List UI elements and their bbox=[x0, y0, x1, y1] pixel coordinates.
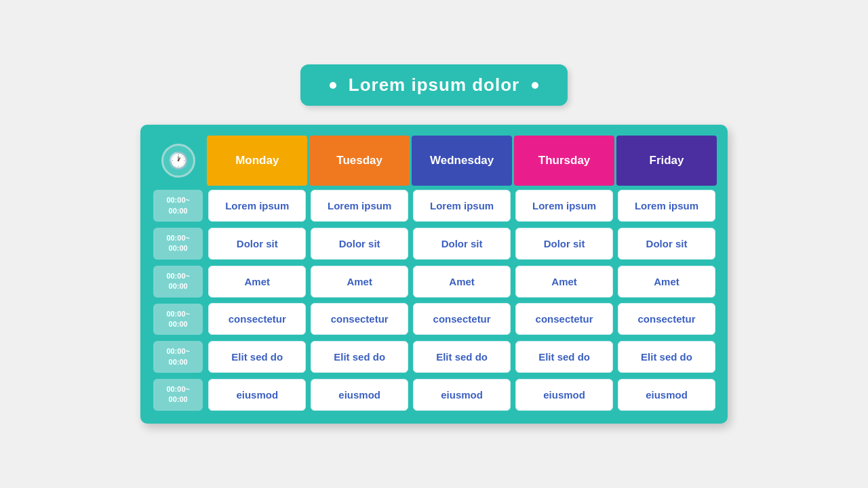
time-label: 00:00~ bbox=[156, 309, 200, 319]
time-cell-row-3: 00:00~00:00 bbox=[151, 302, 205, 338]
cell-tuesday-row-0: Lorem ipsum bbox=[311, 190, 408, 222]
clock-symbol: 🕐 bbox=[168, 151, 189, 170]
time-label: 00:00~ bbox=[156, 346, 200, 357]
time-label: 00:00 bbox=[156, 243, 200, 253]
cell-monday-row-2: Amet bbox=[208, 266, 306, 298]
cell-tuesday-row-2: Amet bbox=[311, 266, 408, 298]
cell-monday-row-5: eiusmod bbox=[208, 379, 306, 411]
cell-wednesday-row-1: Dolor sit bbox=[413, 228, 511, 260]
clock-icon: 🕐 bbox=[161, 144, 195, 178]
time-label: 00:00 bbox=[156, 206, 200, 216]
time-label: 00:00 bbox=[156, 357, 200, 367]
time-cell-row-2: 00:00~00:00 bbox=[151, 264, 205, 300]
dot-right bbox=[532, 82, 538, 89]
cell-tuesday-row-5: eiusmod bbox=[311, 379, 408, 411]
time-label: 00:00~ bbox=[156, 233, 200, 243]
cell-wednesday-row-2: Amet bbox=[413, 266, 511, 298]
time-label: 00:00 bbox=[156, 394, 200, 405]
cell-thursday-row-0: Lorem ipsum bbox=[515, 190, 613, 222]
dot-left bbox=[330, 82, 336, 89]
cell-wednesday-row-4: Elit sed do bbox=[413, 341, 511, 373]
time-label: 00:00 bbox=[156, 319, 200, 329]
time-label: 00:00~ bbox=[156, 271, 200, 281]
time-label: 00:00~ bbox=[156, 384, 200, 394]
cell-tuesday-row-4: Elit sed do bbox=[311, 341, 408, 373]
cell-monday-row-1: Dolor sit bbox=[208, 228, 306, 260]
time-cell-row-0: 00:00~00:00 bbox=[151, 188, 205, 224]
time-label: 00:00 bbox=[156, 281, 200, 291]
time-cell-row-1: 00:00~00:00 bbox=[151, 226, 205, 262]
cell-wednesday-row-0: Lorem ipsum bbox=[413, 190, 511, 222]
cell-monday-row-0: Lorem ipsum bbox=[208, 190, 306, 222]
cell-thursday-row-2: Amet bbox=[515, 266, 613, 298]
header-monday: Monday bbox=[207, 136, 307, 186]
cell-wednesday-row-5: eiusmod bbox=[413, 379, 511, 411]
header-tuesday: Tuesday bbox=[309, 136, 410, 186]
cell-friday-row-3: consectetur bbox=[618, 303, 715, 335]
header-thursday: Thursday bbox=[514, 136, 614, 186]
time-cell-row-4: 00:00~00:00 bbox=[151, 339, 205, 375]
header-clock: 🕐 bbox=[151, 136, 205, 186]
cell-monday-row-3: consectetur bbox=[208, 303, 306, 335]
cell-monday-row-4: Elit sed do bbox=[208, 341, 306, 373]
banner-title: Lorem ipsum dolor bbox=[349, 75, 519, 96]
schedule-table: 🕐 Monday Tuesday Wednesday Thursday Frid… bbox=[149, 134, 719, 415]
cell-friday-row-4: Elit sed do bbox=[618, 341, 715, 373]
cell-friday-row-5: eiusmod bbox=[618, 379, 715, 411]
cell-wednesday-row-3: consectetur bbox=[413, 303, 511, 335]
header-wednesday: Wednesday bbox=[412, 136, 512, 186]
cell-thursday-row-3: consectetur bbox=[515, 303, 613, 335]
cell-thursday-row-5: eiusmod bbox=[515, 379, 613, 411]
time-cell-row-5: 00:00~00:00 bbox=[151, 377, 205, 413]
cell-thursday-row-1: Dolor sit bbox=[515, 228, 613, 260]
cell-tuesday-row-1: Dolor sit bbox=[311, 228, 408, 260]
schedule-wrapper: 🕐 Monday Tuesday Wednesday Thursday Frid… bbox=[140, 125, 728, 424]
title-banner: Lorem ipsum dolor bbox=[300, 64, 568, 106]
cell-thursday-row-4: Elit sed do bbox=[515, 341, 613, 373]
header-friday: Friday bbox=[616, 136, 717, 186]
cell-friday-row-0: Lorem ipsum bbox=[618, 190, 715, 222]
cell-friday-row-1: Dolor sit bbox=[618, 228, 715, 260]
cell-tuesday-row-3: consectetur bbox=[311, 303, 408, 335]
cell-friday-row-2: Amet bbox=[618, 266, 715, 298]
time-label: 00:00~ bbox=[156, 195, 200, 205]
